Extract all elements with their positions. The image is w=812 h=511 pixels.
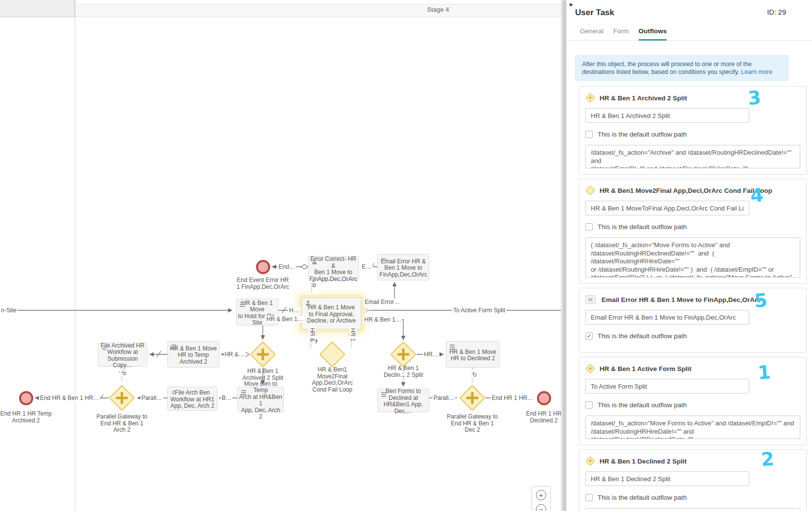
outflow-title: HR & Ben 1 Declined 2 Split: [600, 458, 687, 465]
annotation-number: 5: [754, 291, 768, 310]
zoom-in-button[interactable]: +: [536, 490, 546, 500]
parallel-gateway-icon: [585, 364, 595, 373]
edge-label: HR &…: [224, 351, 246, 358]
plus-marker: [395, 346, 412, 363]
object-id: ID: 29: [767, 8, 786, 16]
end-event-declined[interactable]: [537, 391, 551, 405]
default-outflow-checkbox[interactable]: [585, 494, 593, 501]
task-label: Move Ben to Temp Arch at HR&Ben 1 App, D…: [239, 381, 282, 420]
task-move-ben-temp-arch[interactable]: Move Ben to Temp Arch at HR&Ben 1 App, D…: [237, 387, 284, 412]
gear-icon: ⚙: [102, 346, 108, 351]
annotation-number: 4: [750, 186, 764, 205]
default-outflow-checkbox[interactable]: [585, 401, 593, 409]
outflow-name-input[interactable]: [585, 108, 749, 123]
task-file-arch-ben-workflow[interactable]: ⚙File Arch Ben Workflow at HR1 App, Dec,…: [167, 387, 217, 411]
edge-label: H…: [288, 307, 301, 314]
edge-label: n-Site: [0, 307, 17, 314]
diagram-canvas[interactable]: Stage 4 + − End Event Error HR 1 FinApp,…: [0, 0, 561, 511]
default-outflow-checkbox[interactable]: [585, 223, 593, 231]
default-outflow-row: This is the default outflow path: [585, 223, 800, 231]
zoom-controls: + −: [532, 486, 551, 511]
edge-label: HR & Ben 1…: [265, 316, 304, 323]
task-file-archived-hr-workflow[interactable]: ⚙File Archived HR Workflow at Submission…: [98, 343, 147, 367]
outflow-card: HR & Ben1 Move2Final App,Decl,OrArc Cond…: [579, 179, 807, 284]
panel-tabs: GeneralFormOutflows: [580, 27, 812, 41]
outflow-card: HR & Ben 1 Declined 2 Split2This is the …: [579, 449, 807, 511]
plus-marker: [464, 390, 481, 406]
task-label: HR & Ben 1 Move to Final Approval, Decli…: [303, 304, 360, 325]
gateway-icon: [585, 186, 595, 195]
edge-label: End HR 1 HR…: [491, 395, 534, 401]
annotation-number: 3: [747, 88, 762, 108]
user-icon: [312, 259, 318, 265]
parallel-gateway-icon: [585, 93, 595, 103]
edge-label: Parall…: [433, 395, 456, 401]
panel-scrollbar[interactable]: [561, 0, 567, 511]
task-email-error[interactable]: ✉Email Error HR & Ben 1 Move to FinApp,D…: [377, 254, 429, 280]
node-label: HR & Ben 1 Declin... 2 Split: [371, 365, 435, 378]
task-move-to-final[interactable]: HR & Ben 1 Move to Final Approval, Decli…: [302, 298, 361, 329]
outflow-title: Email Error HR & Ben 1 Move to FinApp,De…: [602, 296, 761, 303]
condition-expression-input[interactable]: /dataset/_fs_action="Archive" and /datas…: [585, 145, 800, 168]
default-outflow-label: This is the default outflow path: [598, 401, 687, 409]
end-event-error-finapp[interactable]: [256, 260, 270, 274]
edge-label: HR & Ben 1…: [363, 316, 402, 323]
default-outflow-label: This is the default outflow path: [598, 494, 687, 501]
default-outflow-row: ✓This is the default outflow path: [585, 332, 800, 340]
outflow-name-input[interactable]: [585, 471, 749, 486]
gear-icon: ⚙: [171, 390, 177, 395]
task-ben-forms-declined[interactable]: Ben Forms to Declined at HR&Ben1 App, De…: [377, 389, 429, 412]
node-label: Parallel Gateway to End HR & Ben 1 Arch …: [88, 414, 156, 434]
outflow-card: HR & Ben 1 Active Form Split1This is the…: [579, 357, 807, 445]
node-label: Parallel Gateway to End HR & Ben 1 Dec 2: [438, 414, 507, 434]
info-text: After this object, the process will proc…: [582, 61, 752, 75]
outflow-title: HR & Ben 1 Active Form Split: [600, 365, 692, 372]
condition-expression-input[interactable]: /dataset/_fs_action="Decline" and /datas…: [585, 508, 800, 511]
node-label: HR & Ben 1 Archived 2 Split: [236, 368, 290, 381]
edge-label: E…: [361, 263, 372, 270]
annotation-number: 1: [757, 363, 771, 382]
tabs-divider: [567, 40, 812, 41]
parallel-gateway-icon: [585, 456, 595, 466]
edge-label: HR &…: [309, 327, 316, 349]
properties-panel: ▶ User Task ID: 29 GeneralFormOutflows A…: [567, 0, 812, 511]
flow-edges-layer: [0, 0, 561, 511]
list-icon: [240, 302, 246, 307]
list-icon: [450, 344, 456, 350]
task-move-hr-temp-archived[interactable]: HR & Ben 1 Move HR to Temp Archived 2: [167, 341, 219, 368]
outflow-name-input[interactable]: [585, 379, 749, 394]
plus-marker: [114, 390, 130, 406]
outflow-list: HR & Ben 1 Archived 2 Split3This is the …: [567, 86, 812, 511]
default-outflow-checkbox[interactable]: ✓: [585, 332, 593, 340]
tab-outflows[interactable]: Outflows: [639, 27, 667, 41]
edge-label: -P…: [470, 370, 477, 384]
tab-general[interactable]: General: [580, 27, 603, 41]
outflow-title: HR & Ben 1 Archived 2 Split: [600, 94, 687, 102]
outflow-name-input[interactable]: [585, 310, 749, 325]
outflow-card-header: HR & Ben 1 Archived 2 Split: [585, 93, 800, 102]
learn-more-link[interactable]: Learn more: [741, 69, 772, 75]
task-error-correct[interactable]: Error Correct- HR & Ben 1 Move to FinApp…: [308, 256, 359, 280]
scrollbar-thumb[interactable]: [562, 0, 566, 511]
condition-expression-input[interactable]: ( /dataset/_fs_action="Move Forms to Act…: [585, 237, 800, 278]
default-outflow-row: This is the default outflow path: [585, 494, 800, 501]
outflow-name-input[interactable]: [585, 201, 749, 215]
panel-title: User Task: [575, 8, 614, 17]
outflow-card-header: HR & Ben1 Move2Final App,Decl,OrArc Cond…: [585, 186, 800, 195]
info-banner: After this object, the process will proc…: [575, 55, 789, 81]
task-move-hr-declined[interactable]: HR & Ben 1 Move HR to Declined 2: [446, 341, 500, 368]
list-icon: [381, 392, 387, 397]
outflow-card: ✉Email Error HR & Ben 1 Move to FinApp,D…: [579, 288, 807, 353]
condition-expression-input[interactable]: /dataset/_fs_action="Move Forms to Activ…: [585, 416, 800, 439]
edge-label: HR 1…: [349, 327, 356, 348]
tab-form[interactable]: Form: [613, 27, 629, 41]
default-outflow-row: This is the default outflow path: [585, 131, 800, 138]
email-icon: ✉: [585, 295, 596, 304]
zoom-out-button[interactable]: −: [536, 504, 546, 511]
default-outflow-checkbox[interactable]: [585, 131, 593, 138]
edge-label: R…: [310, 282, 317, 295]
default-outflow-row: This is the default outflow path: [585, 401, 800, 409]
user-icon: [305, 301, 311, 306]
end-event-temp-archived[interactable]: [19, 391, 33, 405]
node-label: End HR 1 HR Temp Archived 2: [0, 411, 58, 424]
